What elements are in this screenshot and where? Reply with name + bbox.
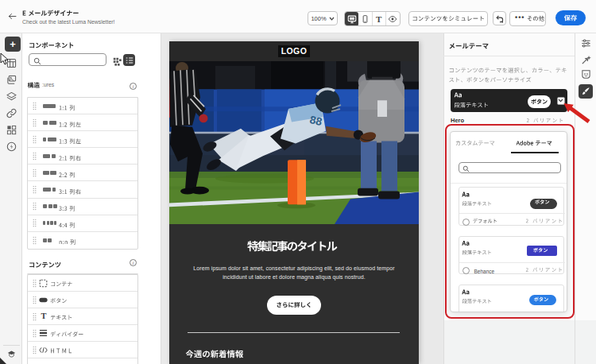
svg-text:T: T [41, 312, 46, 320]
